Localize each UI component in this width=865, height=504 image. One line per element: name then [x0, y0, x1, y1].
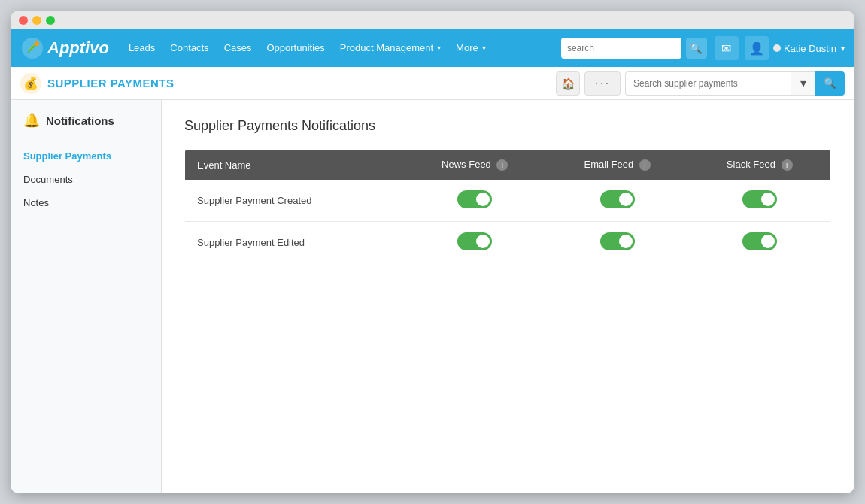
sub-header-search: ▾ 🔍 — [625, 71, 845, 96]
toggle-track — [600, 232, 635, 250]
supplier-icon: 💰 — [23, 76, 38, 90]
toggle-thumb — [619, 193, 633, 206]
news-feed-cell-1 — [404, 180, 546, 222]
col-slack-feed: Slack Feed i — [688, 150, 830, 181]
toggle-thumb — [761, 235, 775, 248]
product-management-chevron-icon: ▾ — [437, 29, 441, 67]
nav-product-management[interactable]: Product Management ▾ — [332, 29, 448, 67]
app-logo[interactable]: Apptivo — [20, 36, 109, 60]
logo-icon — [20, 36, 44, 60]
email-feed-toggle-2[interactable] — [600, 232, 635, 250]
news-feed-info-icon[interactable]: i — [496, 159, 508, 171]
svg-point-1 — [35, 41, 39, 46]
nav-opportunities[interactable]: Opportunities — [259, 29, 332, 67]
news-feed-toggle-1[interactable] — [457, 190, 492, 208]
toggle-thumb — [761, 193, 775, 206]
search-icon: 🔍 — [690, 43, 703, 54]
chevron-down-icon: ▾ — [800, 76, 806, 90]
col-news-feed: News Feed i — [404, 150, 546, 181]
toggle-thumb — [476, 193, 490, 206]
nav-search-area: 🔍 — [561, 38, 707, 59]
sidebar-item-documents[interactable]: Documents — [11, 168, 161, 191]
sub-header: 💰 SUPPLIER PAYMENTS 🏠 ··· ▾ 🔍 — [11, 67, 854, 100]
main-area: 🔔 Notifications Supplier Payments Docume… — [11, 100, 854, 493]
sidebar-item-notes[interactable]: Notes — [11, 191, 161, 214]
person-icon: 👤 — [749, 41, 764, 56]
user-menu[interactable]: Katie Dustin ▾ — [773, 43, 845, 54]
home-icon: 🏠 — [562, 77, 575, 90]
event-name-cell: Supplier Payment Edited — [185, 222, 404, 264]
nav-search-button[interactable]: 🔍 — [686, 38, 707, 59]
dots-icon: ··· — [594, 75, 610, 91]
app-window: Apptivo Leads Contacts Cases Opportuniti… — [11, 11, 854, 493]
slack-feed-toggle-1[interactable] — [742, 190, 777, 208]
minimize-button[interactable] — [32, 16, 41, 25]
table-row: Supplier Payment Created — [185, 180, 831, 222]
user-name: Katie Dustin — [784, 43, 836, 54]
slack-feed-cell-2 — [688, 222, 830, 264]
navbar: Apptivo Leads Contacts Cases Opportuniti… — [11, 29, 854, 67]
sub-header-icon: 💰 — [20, 73, 41, 94]
mail-button[interactable]: ✉ — [715, 36, 739, 60]
nav-search-input[interactable] — [561, 38, 681, 59]
contacts-button[interactable]: 👤 — [745, 36, 769, 60]
user-avatar-dot — [773, 44, 781, 52]
mail-icon: ✉ — [721, 41, 731, 56]
nav-leads[interactable]: Leads — [121, 29, 162, 67]
supplier-search-input[interactable] — [625, 71, 791, 96]
toggle-track — [600, 190, 635, 208]
email-feed-cell-1 — [546, 180, 688, 222]
slack-feed-cell-1 — [688, 180, 830, 222]
page-title: Supplier Payments Notifications — [184, 118, 831, 134]
more-chevron-icon: ▾ — [482, 29, 486, 67]
slack-feed-info-icon[interactable]: i — [782, 159, 793, 171]
email-feed-toggle-1[interactable] — [600, 190, 635, 208]
content-area: Supplier Payments Notifications Event Na… — [162, 100, 854, 493]
news-feed-toggle-2[interactable] — [457, 232, 492, 250]
nav-cases[interactable]: Cases — [217, 29, 260, 67]
email-feed-info-icon[interactable]: i — [639, 159, 651, 171]
sidebar: 🔔 Notifications Supplier Payments Docume… — [11, 100, 162, 493]
toggle-thumb — [619, 235, 633, 248]
nav-icon-group: ✉ 👤 — [715, 36, 769, 60]
user-menu-chevron-icon: ▾ — [841, 44, 845, 53]
table-row: Supplier Payment Edited — [185, 222, 831, 264]
close-button[interactable] — [19, 16, 28, 25]
toggle-track — [742, 190, 777, 208]
nav-contacts[interactable]: Contacts — [162, 29, 216, 67]
nav-more[interactable]: More ▾ — [448, 29, 493, 67]
slack-feed-toggle-2[interactable] — [742, 232, 777, 250]
bell-icon: 🔔 — [23, 112, 40, 129]
col-email-feed: Email Feed i — [546, 150, 688, 181]
toggle-track — [742, 232, 777, 250]
maximize-button[interactable] — [46, 16, 55, 25]
col-event-name: Event Name — [185, 150, 404, 181]
sidebar-item-supplier-payments[interactable]: Supplier Payments — [11, 144, 161, 168]
more-options-button[interactable]: ··· — [584, 71, 621, 96]
search-dropdown-button[interactable]: ▾ — [791, 71, 815, 96]
logo-text: Apptivo — [47, 38, 109, 58]
sub-header-title: SUPPLIER PAYMENTS — [47, 77, 175, 90]
toggle-thumb — [476, 235, 490, 248]
toggle-track — [457, 232, 492, 250]
sub-header-actions: 🏠 ··· ▾ 🔍 — [556, 71, 845, 96]
news-feed-cell-2 — [404, 222, 546, 264]
toggle-track — [457, 190, 492, 208]
email-feed-cell-2 — [546, 222, 688, 264]
home-button[interactable]: 🏠 — [556, 71, 580, 96]
title-bar — [11, 11, 854, 29]
notifications-table: Event Name News Feed i Email Feed i Slac… — [184, 149, 831, 264]
event-name-cell: Supplier Payment Created — [185, 180, 404, 222]
supplier-search-button[interactable]: 🔍 — [815, 71, 845, 96]
search-icon: 🔍 — [824, 77, 836, 89]
sidebar-section-title: 🔔 Notifications — [11, 112, 161, 138]
